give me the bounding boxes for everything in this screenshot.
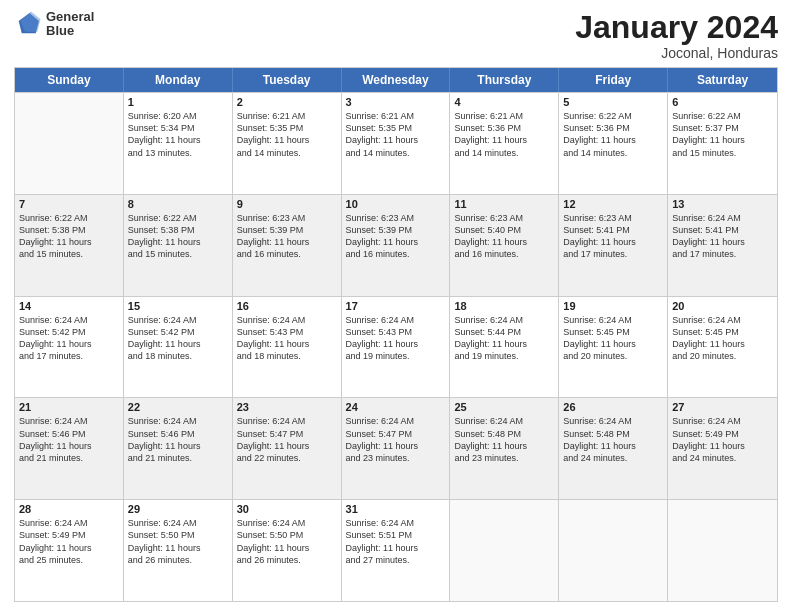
cell-info-line: and 26 minutes.: [128, 554, 228, 566]
cell-info-line: Daylight: 11 hours: [128, 236, 228, 248]
cell-info-line: Sunset: 5:41 PM: [672, 224, 773, 236]
calendar-header: SundayMondayTuesdayWednesdayThursdayFrid…: [15, 68, 777, 92]
cell-info-line: Daylight: 11 hours: [672, 134, 773, 146]
day-number: 21: [19, 401, 119, 413]
cell-info-line: Sunrise: 6:22 AM: [128, 212, 228, 224]
calendar: SundayMondayTuesdayWednesdayThursdayFrid…: [14, 67, 778, 602]
cell-info-line: Sunrise: 6:24 AM: [128, 517, 228, 529]
day-number: 16: [237, 300, 337, 312]
cell-info-line: Sunset: 5:42 PM: [128, 326, 228, 338]
cell-info-line: Sunrise: 6:24 AM: [237, 517, 337, 529]
day-cell-18: 18Sunrise: 6:24 AMSunset: 5:44 PMDayligh…: [450, 297, 559, 398]
day-cell-10: 10Sunrise: 6:23 AMSunset: 5:39 PMDayligh…: [342, 195, 451, 296]
cell-info-line: Sunset: 5:47 PM: [346, 428, 446, 440]
cell-info-line: and 25 minutes.: [19, 554, 119, 566]
cell-info-line: Sunset: 5:38 PM: [128, 224, 228, 236]
day-cell-6: 6Sunrise: 6:22 AMSunset: 5:37 PMDaylight…: [668, 93, 777, 194]
day-header-saturday: Saturday: [668, 68, 777, 92]
cell-info-line: Sunset: 5:49 PM: [672, 428, 773, 440]
day-number: 1: [128, 96, 228, 108]
cell-info-line: Daylight: 11 hours: [19, 338, 119, 350]
cell-info-line: Daylight: 11 hours: [454, 338, 554, 350]
logo: General Blue: [14, 10, 94, 39]
header: General Blue January 2024 Joconal, Hondu…: [14, 10, 778, 61]
cell-info-line: Daylight: 11 hours: [237, 440, 337, 452]
day-header-monday: Monday: [124, 68, 233, 92]
day-number: 25: [454, 401, 554, 413]
day-cell-1: 1Sunrise: 6:20 AMSunset: 5:34 PMDaylight…: [124, 93, 233, 194]
cell-info-line: and 15 minutes.: [19, 248, 119, 260]
cell-info-line: Sunset: 5:35 PM: [346, 122, 446, 134]
cell-info-line: and 16 minutes.: [454, 248, 554, 260]
day-cell-7: 7Sunrise: 6:22 AMSunset: 5:38 PMDaylight…: [15, 195, 124, 296]
cell-info-line: Sunrise: 6:22 AM: [672, 110, 773, 122]
day-cell-19: 19Sunrise: 6:24 AMSunset: 5:45 PMDayligh…: [559, 297, 668, 398]
day-cell-29: 29Sunrise: 6:24 AMSunset: 5:50 PMDayligh…: [124, 500, 233, 601]
day-header-thursday: Thursday: [450, 68, 559, 92]
day-number: 18: [454, 300, 554, 312]
day-cell-4: 4Sunrise: 6:21 AMSunset: 5:36 PMDaylight…: [450, 93, 559, 194]
cell-info-line: Daylight: 11 hours: [19, 236, 119, 248]
cell-info-line: and 24 minutes.: [563, 452, 663, 464]
empty-cell: [15, 93, 124, 194]
cell-info-line: Sunset: 5:42 PM: [19, 326, 119, 338]
cell-info-line: Daylight: 11 hours: [563, 338, 663, 350]
cell-info-line: and 14 minutes.: [346, 147, 446, 159]
cell-info-line: Sunset: 5:45 PM: [563, 326, 663, 338]
day-cell-20: 20Sunrise: 6:24 AMSunset: 5:45 PMDayligh…: [668, 297, 777, 398]
cell-info-line: Sunset: 5:34 PM: [128, 122, 228, 134]
day-cell-3: 3Sunrise: 6:21 AMSunset: 5:35 PMDaylight…: [342, 93, 451, 194]
day-number: 5: [563, 96, 663, 108]
cell-info-line: Sunrise: 6:23 AM: [237, 212, 337, 224]
day-number: 29: [128, 503, 228, 515]
cell-info-line: and 23 minutes.: [454, 452, 554, 464]
cell-info-line: Sunrise: 6:21 AM: [346, 110, 446, 122]
day-number: 10: [346, 198, 446, 210]
cell-info-line: Sunrise: 6:24 AM: [346, 314, 446, 326]
day-number: 31: [346, 503, 446, 515]
day-cell-24: 24Sunrise: 6:24 AMSunset: 5:47 PMDayligh…: [342, 398, 451, 499]
day-number: 8: [128, 198, 228, 210]
cell-info-line: Daylight: 11 hours: [454, 440, 554, 452]
day-header-sunday: Sunday: [15, 68, 124, 92]
cell-info-line: Sunset: 5:38 PM: [19, 224, 119, 236]
cell-info-line: Daylight: 11 hours: [563, 236, 663, 248]
cell-info-line: Sunrise: 6:24 AM: [19, 517, 119, 529]
day-number: 30: [237, 503, 337, 515]
cell-info-line: Sunrise: 6:22 AM: [19, 212, 119, 224]
cell-info-line: Daylight: 11 hours: [346, 440, 446, 452]
day-cell-21: 21Sunrise: 6:24 AMSunset: 5:46 PMDayligh…: [15, 398, 124, 499]
cell-info-line: Sunset: 5:48 PM: [563, 428, 663, 440]
empty-cell: [559, 500, 668, 601]
cell-info-line: and 16 minutes.: [346, 248, 446, 260]
cell-info-line: Daylight: 11 hours: [237, 338, 337, 350]
week-row-0: 1Sunrise: 6:20 AMSunset: 5:34 PMDaylight…: [15, 92, 777, 194]
cell-info-line: Daylight: 11 hours: [672, 236, 773, 248]
day-cell-28: 28Sunrise: 6:24 AMSunset: 5:49 PMDayligh…: [15, 500, 124, 601]
cell-info-line: Sunrise: 6:22 AM: [563, 110, 663, 122]
day-cell-16: 16Sunrise: 6:24 AMSunset: 5:43 PMDayligh…: [233, 297, 342, 398]
day-number: 24: [346, 401, 446, 413]
cell-info-line: Sunrise: 6:24 AM: [237, 415, 337, 427]
cell-info-line: and 27 minutes.: [346, 554, 446, 566]
day-number: 2: [237, 96, 337, 108]
cell-info-line: and 21 minutes.: [128, 452, 228, 464]
day-header-tuesday: Tuesday: [233, 68, 342, 92]
logo-text: General Blue: [46, 10, 94, 39]
cell-info-line: Sunset: 5:45 PM: [672, 326, 773, 338]
day-cell-14: 14Sunrise: 6:24 AMSunset: 5:42 PMDayligh…: [15, 297, 124, 398]
cell-info-line: Daylight: 11 hours: [563, 440, 663, 452]
cell-info-line: Daylight: 11 hours: [563, 134, 663, 146]
cell-info-line: Sunset: 5:36 PM: [454, 122, 554, 134]
title-block: January 2024 Joconal, Honduras: [575, 10, 778, 61]
day-number: 7: [19, 198, 119, 210]
cell-info-line: Sunset: 5:40 PM: [454, 224, 554, 236]
day-number: 27: [672, 401, 773, 413]
cell-info-line: Sunset: 5:51 PM: [346, 529, 446, 541]
week-row-4: 28Sunrise: 6:24 AMSunset: 5:49 PMDayligh…: [15, 499, 777, 601]
cell-info-line: Daylight: 11 hours: [672, 338, 773, 350]
cell-info-line: and 26 minutes.: [237, 554, 337, 566]
day-number: 20: [672, 300, 773, 312]
empty-cell: [450, 500, 559, 601]
cell-info-line: Sunrise: 6:24 AM: [563, 314, 663, 326]
